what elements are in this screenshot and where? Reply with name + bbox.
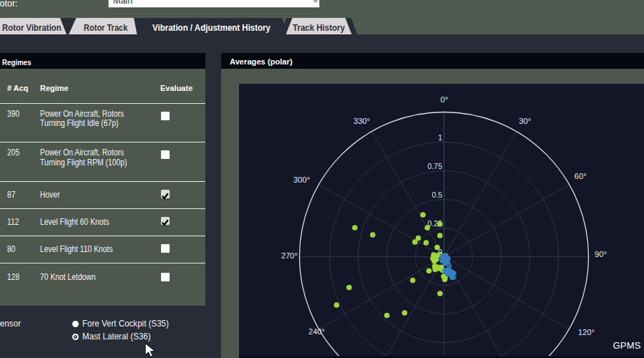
svg-text:30°: 30°: [519, 117, 531, 125]
svg-text:270°: 270°: [281, 251, 298, 260]
svg-text:60°: 60°: [575, 172, 587, 180]
svg-text:90°: 90°: [595, 250, 607, 258]
svg-text:300°: 300°: [293, 175, 310, 184]
svg-text:240°: 240°: [308, 327, 325, 336]
svg-text:0.75: 0.75: [428, 162, 443, 170]
svg-text:330°: 330°: [353, 117, 370, 125]
svg-text:1: 1: [438, 133, 442, 142]
svg-text:0.5: 0.5: [431, 190, 442, 199]
svg-text:120°: 120°: [578, 328, 595, 337]
svg-text:0°: 0°: [440, 95, 448, 104]
